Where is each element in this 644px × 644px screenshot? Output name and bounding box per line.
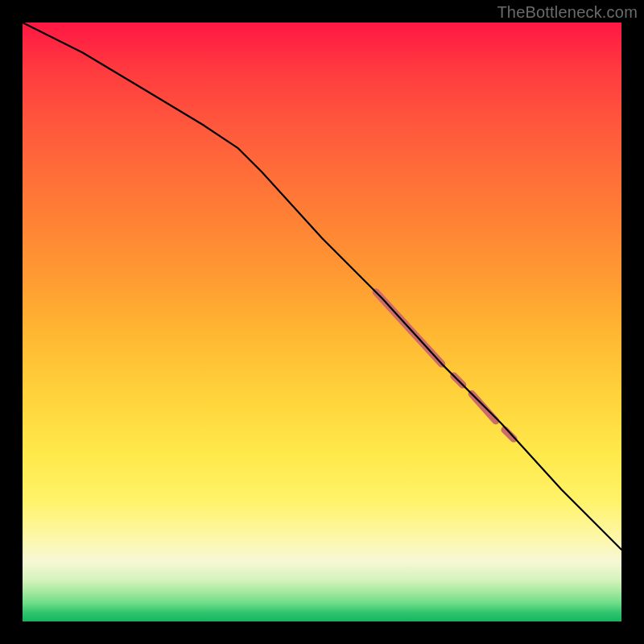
chart-frame: TheBottleneck.com — [0, 0, 644, 644]
curve-path — [23, 23, 621, 550]
chart-svg — [23, 23, 621, 621]
chart-plot-area — [23, 23, 621, 621]
watermark-text: TheBottleneck.com — [497, 3, 638, 22]
